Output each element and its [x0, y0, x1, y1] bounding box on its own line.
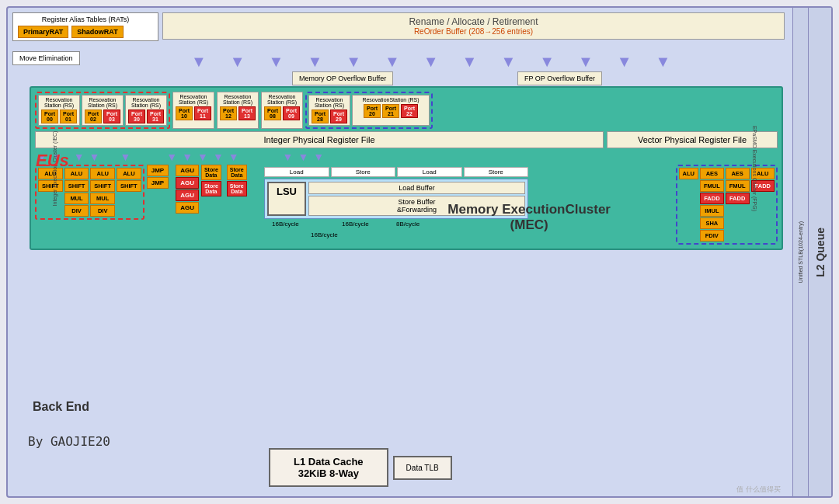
memory-op-overflow: Memory OP Overflow Buffer — [292, 71, 393, 85]
iec-rs-cluster: ResovationStation (RS) Port00 Port01 Res… — [35, 92, 170, 129]
rs8-title: ResovationStation (RS) — [355, 97, 426, 103]
shadow-rat: ShadowRAT — [71, 26, 123, 38]
rs1-title: ResovationStation (RS) — [41, 97, 77, 108]
mec-container: Memory ExecutionCluster(MEC) — [447, 202, 611, 233]
eu-sha1: SHA — [700, 217, 724, 229]
rs-box-8: ResovationStation (RS) Port20 Port21 Por… — [352, 95, 430, 126]
eu-arrow13: ▼ — [313, 151, 324, 163]
rs2-ports: Port02 Port03 — [85, 109, 120, 123]
eu-shift4: SHIFT — [117, 180, 141, 192]
eu-group-3: ALU SHIFT MUL DIV — [90, 168, 115, 217]
eu-shift2: SHIFT — [64, 180, 89, 192]
port-13: Port13 — [238, 106, 256, 120]
bw-label4: 8B/cycle — [396, 221, 420, 228]
eu-arrow6: ▼ — [166, 151, 177, 163]
eu-arrow12: ▼ — [298, 151, 308, 163]
l1-cache: L1 Data Cache 32KiB 8-Way — [269, 448, 388, 487]
rs2-title: ResovationStation (RS) — [85, 97, 120, 108]
rename-box: Rename / Allocate / Retirement ReOrder B… — [162, 12, 785, 40]
top-arrows: ▼ ▼ ▼ ▼ ▼ ▼ ▼ ▼ ▼ ▼ ▼ ▼ ▼ — [191, 53, 670, 71]
port-11: Port11 — [194, 106, 211, 120]
eu-alu3: ALU — [90, 168, 115, 179]
store-label2: Store — [464, 167, 529, 177]
eu-aes1: AES — [700, 168, 724, 179]
port-30: Port30 — [128, 109, 145, 123]
port-02: Port02 — [85, 109, 102, 123]
watermark: 值 什么值得买 — [736, 485, 781, 495]
bw-label1: 16B/cycle — [272, 221, 299, 228]
eus-label-container: EUs — [36, 151, 69, 171]
by-label-container: By GAOJIE20 — [28, 434, 110, 449]
eu-group-1: ALU SHIFT — [38, 168, 63, 217]
jmp-group: JMP JMP — [147, 165, 169, 189]
eu-fadd2: FADD — [726, 193, 750, 204]
arrow13: ▼ — [656, 53, 671, 71]
eu-store-data2: StoreData — [201, 181, 221, 196]
bw-label2: 16B/cycle — [342, 221, 369, 228]
l2-queue-label: L2 Queue — [814, 228, 827, 277]
eu-fadd1: FADD — [700, 193, 724, 204]
eu-group-2: ALU SHIFT MUL DIV — [64, 168, 89, 217]
prf-arrows: ▼ ▼ ▼ ▼ ▼ ▼ ▼ ▼ ▼ ▼ ▼ ▼ ▼ — [35, 151, 778, 163]
eu-div1: DIV — [64, 205, 89, 217]
rs5-title: ResovationStation (RS) — [220, 94, 256, 105]
store-label1: Store — [331, 167, 396, 177]
eu-arrow11: ▼ — [283, 151, 294, 163]
rs-box-7: ResovationStation (RS) Port28 Port29 — [308, 95, 350, 126]
rs-box-3: ResovationStation (RS) Port30 Port31 — [125, 95, 167, 126]
eu-shift1: SHIFT — [38, 180, 63, 192]
eu-imul1: IMUL — [700, 205, 724, 217]
port-31: Port31 — [147, 109, 164, 123]
rs5-ports: Port12 Port13 — [220, 106, 256, 120]
eu-aes2: AES — [726, 168, 750, 179]
rs4-title: ResovationStation (RS) — [176, 94, 211, 105]
arrow12: ▼ — [617, 53, 632, 71]
eu-agu2: AGU — [176, 177, 199, 189]
arrow11: ▼ — [578, 53, 594, 71]
arrow7: ▼ — [423, 53, 439, 71]
agu-group: AGU AGU AGU AGU — [176, 165, 199, 214]
port-08: Port08 — [264, 106, 281, 120]
load-label2: Load — [397, 167, 462, 177]
by-label: By GAOJIE20 — [28, 434, 110, 449]
l1-cache-line1: L1 Data Cache — [294, 456, 364, 468]
eu-arrow9: ▼ — [213, 151, 224, 163]
int-prf: Integer Physical Register File — [35, 131, 604, 148]
rs4-ports: Port10 Port11 — [176, 106, 211, 120]
eu-arrow7: ▼ — [182, 151, 193, 163]
port-20: Port20 — [364, 104, 381, 118]
arrow10: ▼ — [539, 53, 555, 71]
eu-div2: DIV — [90, 205, 115, 217]
eu-mul1: MUL — [64, 193, 89, 204]
primary-rat: PrimaryRAT — [18, 26, 68, 38]
port-22: Port22 — [401, 104, 418, 118]
eu-fmul2: FMUL — [726, 180, 750, 192]
arrow9: ▼ — [500, 53, 516, 71]
port-12: Port12 — [220, 106, 237, 120]
eu-shift3: SHIFT — [90, 180, 115, 192]
rats-title: Register Alias Tables (RATs) — [18, 16, 153, 23]
rs-box-2: ResovationStation (RS) Port02 Port03 — [82, 95, 124, 126]
back-end-container: Back End — [33, 400, 89, 414]
port-10: Port10 — [176, 106, 193, 120]
diagram: Register Alias Tables (RATs) PrimaryRAT … — [12, 12, 788, 492]
mec-label: Memory ExecutionCluster(MEC) — [447, 202, 611, 233]
l1-cache-line2: 32KiB 8-Way — [294, 468, 364, 479]
eu-agu3: AGU — [176, 189, 199, 201]
rs1-ports: Port00 Port01 — [41, 109, 77, 123]
port-28: Port28 — [312, 109, 329, 123]
fp-rs-cluster: ResovationStation (RS) Port28 Port29 Res… — [305, 92, 433, 129]
fp-op-overflow: FP OP Overflow Buffer — [517, 71, 602, 85]
lsu-box: LSU — [267, 182, 306, 216]
store-data-mec: StoreData StoreData — [227, 165, 247, 196]
arrow1: ▼ — [191, 53, 207, 71]
eu-arrow10: ▼ — [228, 151, 239, 163]
arrow8: ▼ — [462, 53, 478, 71]
right-bars: Unified STLB(1024-entry) L2 Queue — [792, 8, 831, 496]
data-tlb: Data TLB — [393, 456, 452, 480]
unified-stlb-label: Unified STLB(1024-entry) — [798, 221, 803, 283]
rats-row: PrimaryRAT ShadowRAT — [18, 26, 153, 38]
rename-subtitle: ReOrder Buffer (208→256 entries) — [169, 27, 778, 36]
move-elimination: Move Elimination — [12, 51, 80, 65]
eu-fdiv1: FDIV — [700, 230, 724, 242]
